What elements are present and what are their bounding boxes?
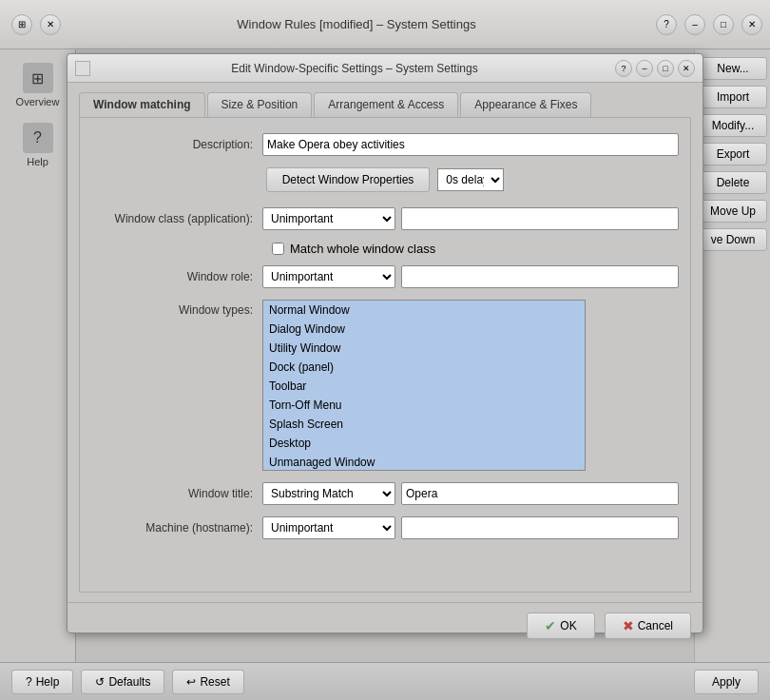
machine-row: Machine (hostname): Unimportant [91, 516, 679, 539]
export-button[interactable]: Export [699, 143, 767, 165]
maximize-btn[interactable]: □ [713, 14, 734, 35]
sidebar-help-label: Help [27, 156, 48, 167]
move-down-button[interactable]: ve Down [699, 228, 767, 251]
reset-button[interactable]: ↩ Reset [172, 670, 243, 694]
help-bottom-label: Help [36, 675, 60, 689]
sidebar-overview-label: Overview [16, 96, 60, 107]
help-btn[interactable]: ? [656, 14, 677, 35]
window-class-select[interactable]: Unimportant [262, 207, 395, 230]
dialog-minimize-btn[interactable]: – [636, 60, 653, 77]
window-type-item[interactable]: Torn-Off Menu [263, 396, 585, 415]
description-row: Description: [91, 133, 679, 156]
defaults-icon: ↺ [95, 675, 105, 689]
dialog-titlebar: Edit Window-Specific Settings – System S… [67, 54, 703, 83]
window-type-item[interactable]: Toolbar [263, 377, 585, 396]
tab-arrangement-access-label: Arrangement & Access [328, 98, 444, 111]
tab-bar: Window matching Size & Position Arrangem… [79, 92, 691, 117]
window-class-input[interactable] [401, 207, 679, 230]
tab-content: Description: Detect Window Properties 0s… [79, 117, 691, 593]
cancel-icon: ✖ [623, 618, 634, 633]
window-title-row: Window title: Substring Match [91, 482, 679, 505]
tab-arrangement-access[interactable]: Arrangement & Access [314, 92, 458, 117]
window-role-label: Window role: [91, 270, 262, 283]
right-sidebar: New... Import Modify... Export Delete Mo… [694, 49, 770, 668]
window-type-item[interactable]: Dock (panel) [263, 358, 585, 377]
match-whole-label: Match whole window class [290, 242, 435, 256]
top-bar-right: ? – □ ✕ [652, 14, 762, 35]
match-whole-row: Match whole window class [272, 242, 679, 256]
dialog-help-btn[interactable]: ? [615, 60, 632, 77]
ok-label: OK [560, 619, 576, 632]
defaults-label: Defaults [108, 675, 150, 689]
tab-window-matching[interactable]: Window matching [79, 92, 205, 117]
window-types-label: Window types: [91, 300, 262, 317]
window-role-select[interactable]: Unimportant [262, 265, 395, 288]
left-sidebar: ⊞ Overview ? Help [0, 49, 76, 696]
description-label: Description: [91, 138, 262, 151]
reset-icon: ↩ [186, 675, 196, 689]
window-type-item[interactable]: Unmanaged Window [263, 453, 585, 471]
dialog-maximize-btn[interactable]: □ [657, 60, 674, 77]
app-title: Window Rules [modified] – System Setting… [61, 17, 652, 31]
machine-input[interactable] [401, 516, 679, 539]
help-bottom-button[interactable]: ? Help [11, 670, 73, 694]
defaults-button[interactable]: ↺ Defaults [81, 670, 164, 694]
app-close-btn[interactable]: ✕ [40, 14, 61, 35]
window-class-label: Window class (application): [91, 212, 262, 225]
tab-window-matching-label: Window matching [93, 98, 191, 111]
tab-size-position-label: Size & Position [221, 98, 298, 111]
dialog-buttons: ✔ OK ✖ Cancel [67, 602, 703, 649]
detect-window-properties-button[interactable]: Detect Window Properties [266, 167, 431, 192]
help-icon: ? [23, 123, 53, 153]
dialog-title: Edit Window-Specific Settings – System S… [94, 62, 615, 75]
match-whole-checkbox[interactable] [272, 243, 284, 255]
window-types-container: Window types: Normal WindowDialog Window… [91, 300, 679, 471]
window-role-input[interactable] [401, 265, 679, 288]
window-role-row: Window role: Unimportant [91, 265, 679, 288]
window-type-item[interactable]: Dialog Window [263, 320, 585, 339]
cancel-button[interactable]: ✖ Cancel [605, 612, 691, 639]
ok-button[interactable]: ✔ OK [527, 612, 594, 639]
delay-select[interactable]: 0s delay [437, 168, 504, 191]
delete-button[interactable]: Delete [699, 171, 767, 194]
dialog-content: Window matching Size & Position Arrangem… [67, 83, 703, 602]
app-menu-btn[interactable]: ⊞ [11, 14, 32, 35]
move-up-button[interactable]: Move Up [699, 200, 767, 223]
machine-label: Machine (hostname): [91, 521, 262, 535]
close-btn[interactable]: ✕ [741, 14, 762, 35]
window-title-input[interactable] [401, 482, 679, 505]
detect-row: Detect Window Properties 0s delay [91, 167, 679, 192]
sidebar-item-help[interactable]: ? Help [4, 117, 71, 173]
bottom-bar: ? Help ↺ Defaults ↩ Reset Apply [0, 662, 770, 700]
window-title-select[interactable]: Substring Match [262, 482, 395, 505]
cancel-label: Cancel [638, 619, 673, 632]
window-class-row: Window class (application): Unimportant [91, 207, 679, 230]
import-button[interactable]: Import [699, 86, 767, 108]
dialog-titlebar-buttons: ? – □ ✕ [615, 60, 695, 77]
help-bottom-icon: ? [26, 675, 32, 689]
window-type-item[interactable]: Normal Window [263, 301, 585, 320]
top-bar-left: ⊞ ✕ [8, 14, 61, 35]
overview-icon: ⊞ [23, 63, 53, 93]
reset-label: Reset [200, 675, 229, 689]
window-types-list[interactable]: Normal WindowDialog WindowUtility Window… [262, 300, 586, 471]
top-bar: ⊞ ✕ Window Rules [modified] – System Set… [0, 0, 770, 49]
minimize-btn[interactable]: – [684, 14, 705, 35]
window-type-item[interactable]: Desktop [263, 434, 585, 453]
window-type-item[interactable]: Splash Screen [263, 415, 585, 434]
dialog-close-btn[interactable]: ✕ [678, 60, 695, 77]
dialog: Edit Window-Specific Settings – System S… [67, 53, 703, 633]
dialog-title-icon [75, 61, 90, 76]
modify-button[interactable]: Modify... [699, 114, 767, 137]
tab-appearance-fixes[interactable]: Appearance & Fixes [460, 92, 591, 117]
machine-select[interactable]: Unimportant [262, 516, 395, 539]
ok-icon: ✔ [545, 618, 556, 633]
new-button[interactable]: New... [699, 57, 767, 80]
apply-button[interactable]: Apply [694, 670, 759, 694]
description-input[interactable] [262, 133, 679, 156]
tab-size-position[interactable]: Size & Position [207, 92, 313, 117]
tab-appearance-fixes-label: Appearance & Fixes [474, 98, 577, 111]
sidebar-item-overview[interactable]: ⊞ Overview [4, 57, 71, 113]
window-title-label: Window title: [91, 487, 262, 500]
window-type-item[interactable]: Utility Window [263, 339, 585, 358]
